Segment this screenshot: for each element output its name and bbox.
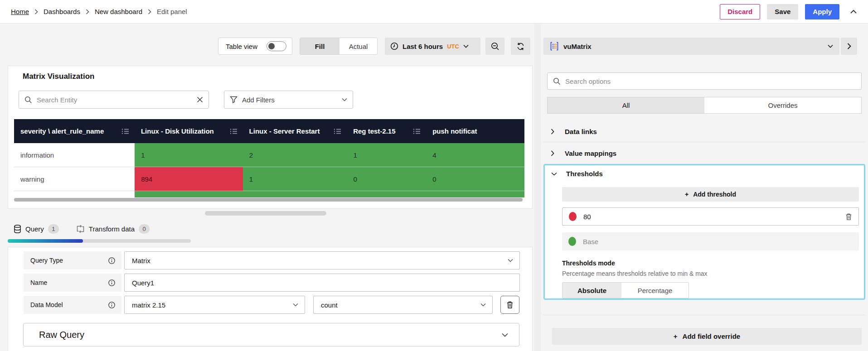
chevron-right-icon (86, 9, 89, 14)
table-row: warning 894 1 0 0 (14, 167, 524, 191)
column-header-label: Linux - Server Restart (249, 127, 320, 135)
add-filters-dropdown[interactable]: Add Filters (224, 91, 353, 109)
threshold-row[interactable]: 80 (562, 207, 859, 226)
breadcrumb-dashboards[interactable]: Dashboards (44, 8, 80, 15)
delete-query-button[interactable] (500, 296, 519, 314)
threshold-value[interactable]: 80 (583, 213, 839, 221)
visualization-select[interactable]: vuMatrix (543, 38, 839, 55)
table-cell[interactable]: 1 (243, 167, 347, 191)
panel-resize-handle[interactable] (205, 211, 326, 216)
absolute-button[interactable]: Absolute (563, 283, 621, 298)
chevron-down-icon (502, 333, 508, 337)
tab-label: Query (25, 225, 44, 233)
search-icon (24, 96, 32, 104)
fill-button[interactable]: Fill (300, 38, 339, 54)
clear-icon[interactable] (197, 96, 203, 103)
query-editor-panel: Query Type Matrix Name Query1 Data Model… (8, 247, 533, 351)
tab-transform-data[interactable]: Transform data 0 (76, 224, 150, 234)
table-cell[interactable]: 4 (426, 143, 524, 167)
fill-actual-switcher: Fill Actual (300, 38, 378, 55)
column-menu-icon[interactable] (121, 128, 129, 135)
tab-indicator-track (8, 239, 191, 243)
tab-query[interactable]: Query 1 (14, 224, 59, 234)
table-horizontal-scrollbar[interactable] (14, 197, 524, 202)
column-header[interactable]: Reg test-2.15 (347, 119, 426, 143)
field-label-cell: Query Type (24, 251, 121, 269)
aggregation-select[interactable]: count (313, 296, 493, 314)
matrix-table: severity \ alert_rule_name Linux - Disk … (14, 119, 524, 202)
search-options-input[interactable] (565, 77, 856, 85)
time-range-label: Last 6 hours (402, 43, 443, 50)
column-header[interactable]: Linux - Server Restart (243, 119, 347, 143)
chevron-right-icon (34, 9, 38, 14)
tab-count-badge: 1 (48, 224, 59, 234)
section-thresholds-header[interactable]: Thresholds (551, 170, 603, 178)
threshold-color-dot[interactable] (568, 237, 576, 246)
apply-button[interactable]: Apply (805, 4, 839, 19)
data-model-select[interactable]: matrix 2.15 (124, 296, 305, 314)
table-cell[interactable]: 2 (243, 143, 347, 167)
field-label: Data Model (30, 301, 63, 308)
column-header[interactable]: Linux - Disk Utilization (135, 119, 243, 143)
column-menu-icon[interactable] (230, 128, 238, 135)
vertical-scrollbar[interactable] (534, 24, 541, 351)
chevron-down-icon (480, 303, 486, 307)
collapse-options-button[interactable] (841, 38, 857, 55)
table-header-row: severity \ alert_rule_name Linux - Disk … (14, 119, 524, 143)
field-label: Query Type (30, 257, 63, 264)
column-header[interactable]: severity \ alert_rule_name (14, 119, 135, 143)
matrix-grid-icon (550, 42, 559, 51)
threshold-color-dot[interactable] (569, 212, 577, 221)
chevron-down-icon (293, 303, 298, 307)
table-view-control: Table view (218, 38, 292, 55)
info-icon[interactable] (108, 257, 115, 264)
breadcrumb-new-dashboard[interactable]: New dashboard (95, 8, 142, 15)
info-icon[interactable] (108, 302, 115, 308)
column-menu-icon[interactable] (334, 128, 341, 135)
info-icon[interactable] (108, 279, 115, 286)
section-value-mappings[interactable]: Value mappings (543, 143, 866, 163)
search-entity-input[interactable] (37, 96, 192, 104)
name-input[interactable]: Query1 (124, 274, 520, 292)
table-cell[interactable]: 0 (426, 167, 524, 191)
percentage-button[interactable]: Percentage (621, 283, 689, 298)
discard-button[interactable]: Discard (720, 4, 760, 19)
time-range-picker[interactable]: Last 6 hours UTC (385, 38, 480, 55)
refresh-icon (516, 42, 525, 51)
matrix-visualization-panel: Matrix Visualization Add Filters severit… (8, 66, 533, 209)
breadcrumb: Home Dashboards New dashboard Edit panel (11, 8, 187, 15)
breadcrumb-edit-panel: Edit panel (157, 8, 187, 15)
raw-query-expander[interactable]: Raw Query (23, 323, 519, 346)
field-label-cell: Data Model (24, 296, 121, 314)
tab-overrides[interactable]: Overrides (704, 97, 861, 113)
trash-icon[interactable] (845, 213, 852, 221)
chevron-up-icon[interactable] (850, 10, 857, 14)
add-field-override-button[interactable]: + Add field override (552, 328, 862, 345)
clock-icon (390, 42, 398, 50)
table-cell[interactable]: 0 (347, 167, 426, 191)
actual-button[interactable]: Actual (339, 38, 377, 54)
zoom-out-button[interactable] (485, 38, 504, 55)
thresholds-mode-label: Thresholds mode (562, 260, 615, 267)
table-cell[interactable]: 1 (347, 143, 426, 167)
chevron-right-icon (148, 9, 151, 14)
trash-icon (506, 301, 514, 309)
save-button[interactable]: Save (767, 4, 798, 19)
tab-all[interactable]: All (548, 97, 704, 113)
add-threshold-button[interactable]: + Add threshold (562, 187, 859, 202)
threshold-value: Base (583, 238, 853, 245)
chevron-down-icon (551, 172, 557, 176)
refresh-button[interactable] (511, 38, 530, 55)
active-tab-indicator (8, 239, 83, 243)
query-type-select[interactable]: Matrix (124, 251, 520, 269)
column-header[interactable]: push notificat (426, 119, 524, 143)
plus-icon: + (674, 332, 678, 340)
scrollbar-thumb[interactable] (14, 198, 523, 202)
column-menu-icon[interactable] (413, 128, 421, 135)
query-type-row: Query Type (24, 251, 121, 269)
table-cell[interactable]: 1 (135, 143, 243, 167)
breadcrumb-home[interactable]: Home (11, 8, 29, 15)
table-view-toggle[interactable] (267, 41, 286, 51)
section-data-links[interactable]: Data links (543, 121, 866, 142)
table-cell[interactable]: 894 (135, 167, 243, 191)
